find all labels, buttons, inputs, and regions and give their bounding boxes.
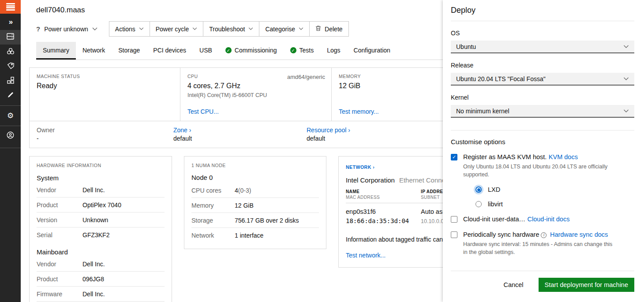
cloud-init-checkbox[interactable] <box>451 216 457 223</box>
chevron-down-icon <box>623 77 629 81</box>
hardware-sync-option: Periodically sync hardware Hardware sync… <box>451 231 634 256</box>
cloud-init-label[interactable]: Cloud-init user-data… <box>463 216 525 223</box>
kernel-select-value: No minimum kernel <box>456 108 509 115</box>
maas-logo[interactable] <box>0 0 21 14</box>
row-label: Vendor <box>37 186 82 194</box>
tag-icon <box>7 62 14 71</box>
tab-commissioning[interactable]: Commissioning <box>219 42 284 60</box>
actions-button-label: Actions <box>115 26 135 33</box>
zone-link[interactable]: Zone › <box>173 127 191 134</box>
sidebar-expand-icon[interactable]: » <box>9 14 12 30</box>
hardware-sync-docs-link[interactable]: Hardware sync docs <box>550 231 608 238</box>
tab-label: PCI devices <box>153 47 186 54</box>
test-cpu-link[interactable]: Test CPU... <box>187 108 219 115</box>
kvm-type-radio-group: LXD libvirt <box>476 186 626 208</box>
chevron-down-icon <box>248 27 253 30</box>
cloud-init-docs-link[interactable]: Cloud-init docs <box>528 216 570 223</box>
row-label: Firmware <box>37 291 82 298</box>
divider <box>451 21 634 21</box>
row-label: Product <box>37 201 82 209</box>
interface-name: enp0s31f6 <box>346 208 421 215</box>
delete-button[interactable]: Delete <box>309 22 348 36</box>
tab-configuration[interactable]: Configuration <box>347 42 397 60</box>
sidebar-item-pools[interactable] <box>0 74 21 88</box>
col-mac-header: MAC ADDRESS <box>346 195 421 200</box>
lxd-radio[interactable] <box>476 186 482 193</box>
hardware-card-heading: HARDWARE INFORMATION <box>37 163 165 168</box>
chevron-down-icon <box>139 27 144 30</box>
sidebar-item-machines[interactable] <box>0 30 21 45</box>
tab-label: Summary <box>43 47 69 54</box>
test-network-link[interactable]: Test network... <box>346 252 386 259</box>
deploy-panel-footer: Cancel Start deployment for machine <box>451 271 634 302</box>
tab-network[interactable]: Network <box>76 42 112 60</box>
libvirt-radio-option[interactable]: libvirt <box>476 201 626 208</box>
kvm-host-label[interactable]: Register as MAAS KVM host. <box>463 153 547 160</box>
categorise-button[interactable]: Categorise <box>259 22 309 36</box>
resource-pool-block: Resource pool › default <box>307 127 350 142</box>
lxd-radio-label[interactable]: LXD <box>488 186 500 193</box>
sidebar-item-tags[interactable] <box>0 59 21 74</box>
cpu-value: 4 cores, 2.7 GHz <box>187 82 324 90</box>
sidebar-item-account[interactable] <box>0 129 21 143</box>
libvirt-radio[interactable] <box>476 201 482 207</box>
cpu-arch: amd64/generic <box>287 74 325 80</box>
table-row: Firmware Dell Inc. <box>37 287 165 302</box>
tab-summary[interactable]: Summary <box>36 42 76 60</box>
cancel-button[interactable]: Cancel <box>502 278 525 291</box>
account-icon <box>7 131 14 141</box>
hardware-sync-label[interactable]: Periodically sync hardware <box>463 231 539 238</box>
table-row: Version Unknown <box>37 213 165 227</box>
success-check-icon <box>225 47 232 53</box>
kernel-select[interactable]: No minimum kernel <box>451 105 634 118</box>
start-deployment-button[interactable]: Start deployment for machine <box>539 278 634 292</box>
trash-icon <box>315 25 321 33</box>
table-row: Product OptiPlex 7040 <box>37 198 165 213</box>
cpu-detail: Intel(R) Core(TM) i5-6600T CPU <box>187 92 324 98</box>
power-cycle-button-label: Power cycle <box>156 26 189 33</box>
hardware-sync-checkbox[interactable] <box>451 231 457 238</box>
row-label: Vendor <box>37 261 82 268</box>
kvm-host-checkbox[interactable] <box>451 154 457 160</box>
deploy-panel-title: Deploy <box>451 0 634 15</box>
lxd-radio-option[interactable]: LXD <box>476 186 626 193</box>
table-row: Storage 756.17 GB over 2 disks <box>191 213 319 228</box>
test-memory-link[interactable]: Test memory... <box>339 108 379 115</box>
release-select[interactable]: Ubuntu 20.04 LTS "Focal Fossa" <box>451 73 634 86</box>
resource-pool-link[interactable]: Resource pool › <box>307 127 350 134</box>
chevron-down-icon <box>192 27 197 30</box>
troubleshoot-button[interactable]: Troubleshoot <box>203 22 259 36</box>
actions-button[interactable]: Actions <box>109 22 150 36</box>
network-card-heading-link[interactable]: NETWORK › <box>346 164 374 170</box>
power-status-label: Power unknown <box>44 26 88 33</box>
tab-tests[interactable]: Tests <box>284 42 321 60</box>
sidebar-item-settings[interactable]: ⚙ <box>0 108 21 123</box>
sidebar-divider <box>0 126 21 126</box>
os-select[interactable]: Ubuntu <box>451 41 634 53</box>
libvirt-radio-label[interactable]: libvirt <box>488 201 503 208</box>
row-label: Network <box>191 232 235 239</box>
row-value: Unknown <box>82 216 108 224</box>
tab-storage[interactable]: Storage <box>112 42 146 60</box>
release-select-value: Ubuntu 20.04 LTS "Focal Fossa" <box>456 75 546 82</box>
row-value: GFZ3KF2 <box>82 231 109 239</box>
divider <box>451 130 634 130</box>
info-icon <box>541 232 547 238</box>
row-value: Dell Inc. <box>82 186 105 194</box>
cpu-column: CPU amd64/generic 4 cores, 2.7 GHz Intel… <box>180 68 332 121</box>
sidebar-item-images[interactable] <box>0 88 21 103</box>
kvm-docs-link[interactable]: KVM docs <box>549 153 578 160</box>
power-status-dropdown[interactable]: ? Power unknown <box>36 25 97 33</box>
table-row: Network 1 interface <box>191 228 319 242</box>
tab-usb[interactable]: USB <box>193 42 219 60</box>
tab-pci-devices[interactable]: PCI devices <box>146 42 193 60</box>
row-value: 756.17 GB over 2 disks <box>235 217 299 224</box>
power-cycle-button[interactable]: Power cycle <box>150 22 203 36</box>
tab-logs[interactable]: Logs <box>320 42 347 60</box>
owner-block: Owner - <box>37 127 173 142</box>
machine-status-column: MACHINE STATUS Ready <box>30 68 180 121</box>
numa-card-heading: 1 NUMA NODE <box>191 163 319 168</box>
tab-label: Network <box>82 47 105 54</box>
tab-label: Logs <box>327 47 340 54</box>
sidebar-item-kvm[interactable] <box>0 45 21 59</box>
